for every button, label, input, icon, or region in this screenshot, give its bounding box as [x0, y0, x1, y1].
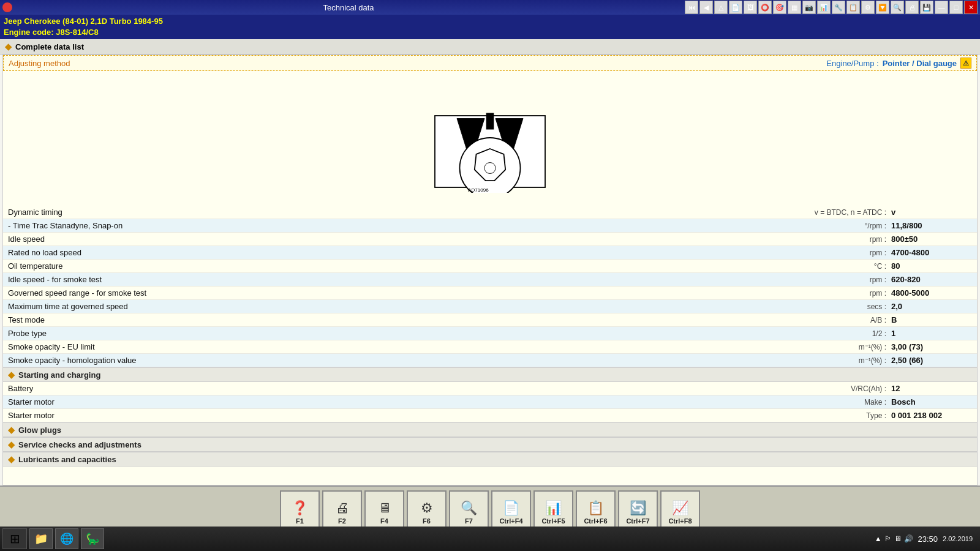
window-title: Technical data — [12, 3, 685, 12]
row-value: 620-820 — [886, 275, 972, 284]
maximize-btn[interactable]: □ — [949, 1, 963, 14]
btn-options[interactable]: ⚙ — [861, 1, 875, 14]
row-value: 1 — [886, 329, 972, 338]
row-value: 2,50 (66) — [886, 356, 972, 365]
nav-first[interactable]: ⏮ — [685, 1, 698, 14]
data-row: Smoke opacity - homologation value m⁻¹(%… — [3, 354, 977, 367]
data-row: Test mode A/B : B — [3, 313, 977, 327]
starting-row: Starter motor Type : 0 001 218 002 — [3, 409, 977, 422]
service-checks-icon: ◆ — [8, 440, 15, 449]
btn-circle[interactable]: ⭕ — [758, 1, 772, 14]
func-key-label: F7 — [465, 517, 473, 525]
btn-filter[interactable]: 🔽 — [876, 1, 889, 14]
row-value: 2,0 — [886, 302, 972, 311]
tray-network: 🖥 — [894, 534, 902, 543]
data-row: Probe type 1/2 : 1 — [3, 327, 977, 340]
btn-image[interactable]: 🖼 — [744, 1, 757, 14]
glow-plugs-header: ◆ Glow plugs — [3, 422, 977, 437]
row-unit: 1/2 : — [813, 329, 886, 338]
row-unit: Make : — [813, 398, 886, 407]
starting-charging-label: Starting and charging — [18, 370, 100, 380]
btn-chart[interactable]: 📊 — [817, 1, 831, 14]
row-label: Probe type — [8, 329, 813, 338]
row-value: B — [886, 315, 972, 324]
starting-charging-icon: ◆ — [8, 370, 15, 380]
btn-save[interactable]: 💾 — [920, 1, 933, 14]
btn-print[interactable]: 🖨 — [905, 1, 919, 14]
title-bar: Technical data ⏮ ◀ △ 📄 🖼 ⭕ 🎯 ▦ 📷 📊 🔧 📋 ⚙… — [0, 0, 980, 15]
starting-rows: Battery V/RC(Ah) : 12 Starter motor Make… — [3, 382, 977, 422]
engine-code: Engine code: J8S-814/C8 — [4, 27, 976, 38]
pump-diagram: AD71096 — [423, 83, 557, 195]
data-row: - Time Trac Stanadyne, Snap-on °/rpm : 1… — [3, 219, 977, 233]
lubricants-icon: ◆ — [8, 454, 15, 464]
service-checks-label: Service checks and adjustments — [18, 440, 141, 449]
func-key-label: Ctrl+F4 — [499, 517, 522, 525]
warning-icon: ⚠ — [960, 58, 971, 69]
row-unit: m⁻¹(%) : — [813, 356, 886, 365]
clock-date: 2.02.2019 — [943, 535, 973, 542]
func-key-icon: ❓ — [292, 500, 308, 516]
row-value: 800±50 — [886, 234, 972, 244]
svg-text:AD71096: AD71096 — [468, 187, 489, 193]
start-button[interactable]: ⊞ — [2, 528, 27, 549]
row-value: Bosch — [886, 397, 972, 407]
window-controls: ⏮ ◀ △ 📄 🖼 ⭕ 🎯 ▦ 📷 📊 🔧 📋 ⚙ 🔽 🔍 🖨 💾 — □ ✕ — [685, 1, 978, 14]
row-unit: m⁻¹(%) : — [813, 343, 886, 351]
row-value: 4700-4800 — [886, 248, 972, 257]
row-unit: °C : — [813, 262, 886, 271]
row-value: 80 — [886, 261, 972, 271]
btn-camera[interactable]: 📷 — [802, 1, 816, 14]
pump-svg: AD71096 — [423, 83, 557, 193]
btn-target[interactable]: 🎯 — [773, 1, 786, 14]
complete-data-header: ◆ Complete data list — [0, 39, 980, 54]
data-rows-container: Dynamic timing v = BTDC, n = ATDC : v - … — [3, 206, 977, 367]
func-key-icon: 🔄 — [630, 500, 646, 516]
row-unit: A/B : — [813, 316, 886, 324]
nav-prev[interactable]: ◀ — [699, 1, 713, 14]
row-label: Smoke opacity - homologation value — [8, 356, 813, 365]
func-key-label: F2 — [338, 517, 346, 525]
vehicle-info: Jeep Cherokee (84-01) 2,1D Turbo 1984-95 — [4, 16, 976, 27]
row-unit: rpm : — [813, 289, 886, 298]
btn-doc[interactable]: 📄 — [729, 1, 742, 14]
btn-list[interactable]: 📋 — [846, 1, 860, 14]
func-key-icon: 🖨 — [336, 500, 349, 516]
data-row: Dynamic timing v = BTDC, n = ATDC : v — [3, 206, 977, 219]
btn-grid[interactable]: ▦ — [788, 1, 801, 14]
clock-time: 23:50 — [918, 534, 938, 544]
row-label: Starter motor — [8, 397, 813, 407]
taskbar-app[interactable]: 🦕 — [81, 528, 104, 549]
btn-zoom[interactable]: 🔍 — [891, 1, 904, 14]
func-key-label: F1 — [296, 517, 304, 525]
adjusting-right: Engine/Pump : Pointer / Dial gauge ⚠ — [826, 58, 971, 69]
taskbar: ⊞ 📁 🌐 🦕 ▲ 🏳 🖥 🔊 23:50 2.02.2019 — [0, 527, 980, 551]
starting-row: Battery V/RC(Ah) : 12 — [3, 382, 977, 395]
data-row: Idle speed rpm : 800±50 — [3, 233, 977, 246]
btn-triangle[interactable]: △ — [714, 1, 728, 14]
svg-rect-3 — [486, 113, 494, 129]
image-area: AD71096 — [3, 71, 977, 206]
data-row: Rated no load speed rpm : 4700-4800 — [3, 246, 977, 260]
btn-wrench[interactable]: 🔧 — [832, 1, 845, 14]
taskbar-explorer[interactable]: 📁 — [29, 528, 53, 549]
lubricants-label: Lubricants and capacities — [18, 455, 116, 464]
taskbar-chrome[interactable]: 🌐 — [55, 528, 78, 549]
engine-pump-value: Pointer / Dial gauge — [883, 59, 957, 68]
adjusting-method-label: Adjusting method — [9, 59, 70, 68]
data-container[interactable]: Adjusting method Engine/Pump : Pointer /… — [2, 54, 978, 485]
minimize-btn[interactable]: — — [935, 1, 948, 14]
data-row: Governed speed range - for smoke test rp… — [3, 287, 977, 300]
func-key-label: Ctrl+F5 — [541, 517, 565, 525]
func-key-icon: 🖥 — [378, 500, 391, 516]
func-key-icon: 🔍 — [461, 500, 477, 516]
func-key-label: F6 — [423, 517, 431, 525]
close-btn[interactable]: ✕ — [964, 1, 978, 14]
row-label: Rated no load speed — [8, 248, 813, 257]
func-key-label: F4 — [380, 517, 388, 525]
data-row: Smoke opacity - EU limit m⁻¹(%) : 3,00 (… — [3, 340, 977, 354]
tray-icon-1: ▲ — [875, 534, 882, 543]
row-label: Idle speed - for smoke test — [8, 275, 813, 284]
row-label: Smoke opacity - EU limit — [8, 342, 813, 351]
row-unit: rpm : — [813, 235, 886, 244]
